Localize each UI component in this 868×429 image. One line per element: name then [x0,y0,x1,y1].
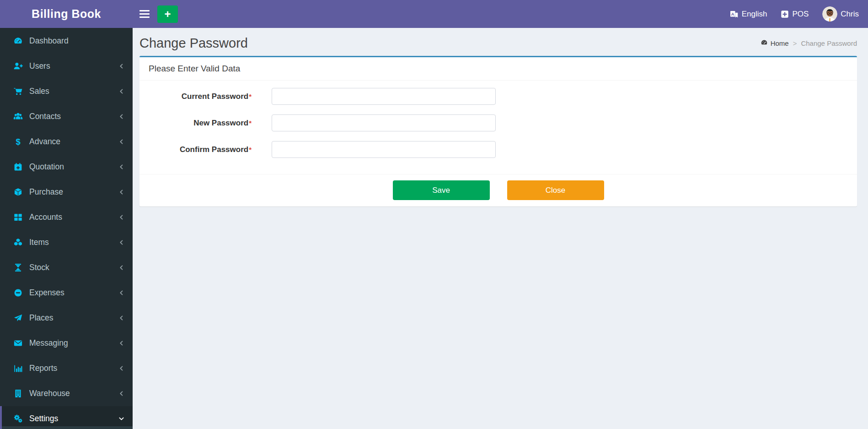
confirm-password-input[interactable] [272,141,496,158]
sidebar-item-expenses[interactable]: Expenses [0,280,133,305]
pos-menu[interactable]: POS [781,10,809,19]
sidebar-item-label: Advance [29,137,60,147]
quick-add-button[interactable]: + [157,5,178,23]
required-marker: * [249,146,252,153]
chevron-left-icon [118,63,124,69]
user-plus-icon [12,61,24,71]
chevron-left-icon [118,315,124,321]
sidebar: DashboardUsersSalesContacts$AdvanceQuota… [0,28,133,429]
user-menu[interactable]: Chris [822,6,859,22]
chevron-down-icon [118,416,124,422]
user-name-label: Chris [841,10,859,19]
sidebar-item-accounts[interactable]: Accounts [0,205,133,230]
sidebar-item-users[interactable]: Users [0,54,133,79]
cubes-icon [12,238,24,247]
card-footer: Save Close [139,174,857,206]
sidebar-item-warehouse[interactable]: Warehouse [0,381,133,406]
required-marker: * [249,119,252,127]
settings-submenu-strip [2,426,133,429]
svg-text:$: $ [16,137,20,147]
password-form-rows: Current Password*New Password*Confirm Pa… [139,81,857,174]
main-content: Change Password Home [133,28,868,429]
sidebar-item-label: Dashboard [29,36,69,46]
dashboard-icon [761,39,768,48]
sidebar-toggle-icon[interactable] [139,10,150,18]
cart-icon [12,87,24,96]
sidebar-item-contacts[interactable]: Contacts [0,104,133,129]
chevron-left-icon [118,88,124,94]
form-row: Current Password* [149,88,848,105]
dollar-icon: $ [12,137,24,147]
chevron-left-icon [118,340,124,346]
grid-icon [12,212,24,222]
envelope-icon [12,338,24,348]
svg-text:A: A [731,11,734,16]
save-button[interactable]: Save [393,180,490,200]
chevron-left-icon [118,189,124,195]
form-row: New Password* [149,114,848,131]
form-row: Confirm Password* [149,141,848,158]
sidebar-item-advance[interactable]: $Advance [0,129,133,154]
sidebar-item-label: Reports [29,364,57,373]
building-icon [12,389,24,398]
chevron-left-icon [118,265,124,271]
sidebar-item-stock[interactable]: Stock [0,255,133,280]
chevron-left-icon [118,164,124,170]
content-header: Change Password Home [133,28,868,53]
paper-plane-icon [12,313,24,323]
sidebar-item-dashboard[interactable]: Dashboard [0,28,133,54]
chevron-left-icon [118,139,124,145]
sidebar-item-label: Users [29,61,50,71]
sidebar-item-purchase[interactable]: Purchase [0,179,133,205]
dashboard-icon [12,36,24,46]
chevron-left-icon [118,239,124,245]
sidebar-item-label: Sales [29,87,49,96]
breadcrumb-separator: > [793,39,797,47]
sidebar-item-settings[interactable]: Settings [0,406,133,429]
sidebar-item-label: Stock [29,263,49,272]
sidebar-menu: DashboardUsersSalesContacts$AdvanceQuota… [0,28,133,429]
sidebar-item-label: Expenses [29,288,64,298]
sidebar-item-label: Contacts [29,112,61,121]
sidebar-item-reports[interactable]: Reports [0,356,133,381]
language-menu[interactable]: A English [729,10,767,19]
pos-label: POS [792,10,809,19]
close-button[interactable]: Close [507,180,604,200]
new-password-label: New Password* [149,119,252,128]
user-avatar [822,6,837,22]
minus-circle-icon [12,288,24,298]
plus-square-icon [781,10,789,18]
language-label: English [742,10,767,19]
required-marker: * [249,92,252,100]
sidebar-item-messaging[interactable]: Messaging [0,331,133,356]
chevron-left-icon [118,365,124,371]
sidebar-item-label: Purchase [29,187,63,197]
sidebar-item-label: Settings [29,414,58,424]
breadcrumb-home-label: Home [771,39,789,47]
breadcrumb: Home > Change Password [761,39,857,48]
language-icon: A [729,10,739,19]
sidebar-item-items[interactable]: Items [0,230,133,255]
chevron-left-icon [118,290,124,296]
change-password-card: Please Enter Valid Data Current Password… [139,56,857,206]
confirm-password-label: Confirm Password* [149,145,252,154]
users-icon [12,112,24,121]
sidebar-item-quotation[interactable]: Quotation [0,154,133,179]
sidebar-item-label: Places [29,313,54,323]
sidebar-item-label: Items [29,238,49,247]
page-title: Change Password [139,36,248,51]
bar-chart-icon [12,364,24,373]
current-password-input[interactable] [272,88,496,105]
calendar-plus-icon [12,162,24,172]
navbar: + A English [133,0,868,28]
chevron-left-icon [118,214,124,220]
new-password-input[interactable] [272,114,496,131]
app-logo[interactable]: Billing Book [0,0,133,28]
sidebar-item-sales[interactable]: Sales [0,79,133,104]
sidebar-item-label: Messaging [29,338,68,348]
sidebar-item-places[interactable]: Places [0,305,133,331]
breadcrumb-home-link[interactable]: Home [761,39,789,48]
gears-icon [12,414,24,424]
navbar-right: A English POS [729,6,859,22]
sidebar-item-label: Quotation [29,162,64,172]
